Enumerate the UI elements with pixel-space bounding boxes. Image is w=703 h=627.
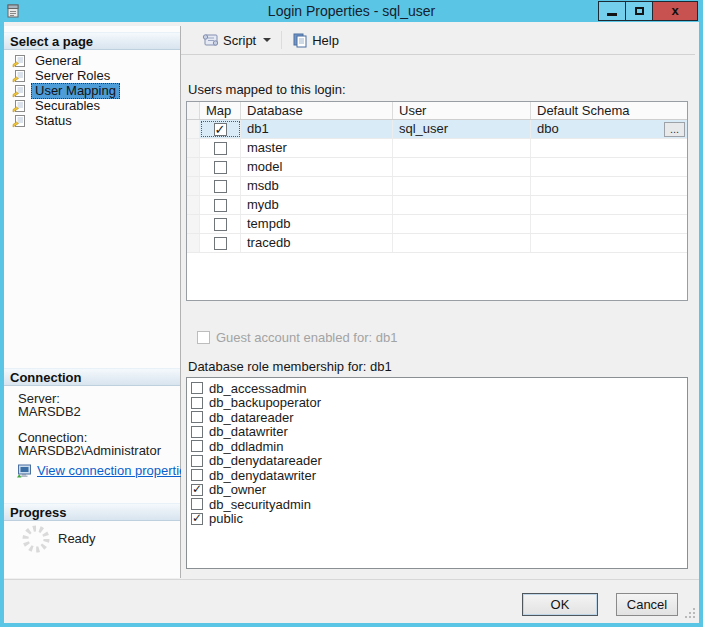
role-checkbox[interactable] — [191, 469, 203, 481]
page-icon — [12, 69, 27, 83]
default-schema-cell[interactable] — [531, 196, 687, 214]
ok-button[interactable]: OK — [522, 593, 598, 616]
database-cell: db1 — [241, 120, 393, 138]
user-cell[interactable] — [393, 215, 531, 233]
maximize-button[interactable] — [625, 1, 653, 21]
user-cell[interactable] — [393, 234, 531, 252]
role-item[interactable]: public — [187, 512, 687, 527]
close-button[interactable]: x — [652, 1, 698, 21]
role-item[interactable]: db_datareader — [187, 410, 687, 425]
maximize-icon — [635, 7, 644, 15]
row-header-cell — [187, 177, 200, 195]
map-checkbox[interactable] — [214, 161, 227, 174]
table-row[interactable]: model — [187, 158, 687, 177]
script-button[interactable]: Script — [195, 30, 277, 51]
table-row[interactable]: mydb — [187, 196, 687, 215]
role-label: public — [209, 512, 243, 525]
role-item[interactable]: db_denydatareader — [187, 454, 687, 469]
role-checkbox[interactable] — [191, 411, 203, 423]
progress-header: Progress — [4, 503, 180, 521]
help-button[interactable]: Help — [286, 30, 345, 51]
connection-value: MARSDB2\Administrator — [18, 444, 161, 457]
default-schema-cell[interactable] — [531, 215, 687, 233]
database-cell: tempdb — [241, 215, 393, 233]
sidebar-item-securables[interactable]: Securables — [4, 98, 180, 113]
page-icon — [12, 54, 27, 68]
sidebar-item-status[interactable]: Status — [4, 113, 180, 128]
browse-schema-button[interactable]: ... — [664, 122, 685, 137]
table-row[interactable]: db1 sql_user dbo... — [187, 120, 687, 139]
table-row[interactable]: tracedb — [187, 234, 687, 253]
role-checkbox[interactable] — [191, 498, 203, 510]
role-item[interactable]: db_datawriter — [187, 425, 687, 440]
cancel-button[interactable]: Cancel — [616, 593, 678, 616]
page-icon — [12, 114, 27, 128]
role-checkbox[interactable] — [191, 426, 203, 438]
default-schema-cell[interactable] — [531, 158, 687, 176]
table-row[interactable]: tempdb — [187, 215, 687, 234]
close-icon: x — [671, 2, 678, 20]
map-checkbox[interactable] — [214, 218, 227, 231]
row-header-cell — [187, 158, 200, 176]
script-label: Script — [223, 33, 256, 48]
minimize-button[interactable] — [598, 1, 626, 21]
column-header-map[interactable]: Map — [200, 102, 241, 119]
role-item[interactable]: db_ddladmin — [187, 439, 687, 454]
column-header-user[interactable]: User — [393, 102, 531, 119]
map-checkbox[interactable] — [214, 237, 227, 250]
role-item[interactable]: db_accessadmin — [187, 381, 687, 396]
role-checkbox[interactable] — [191, 397, 203, 409]
column-header-database[interactable]: Database — [241, 102, 393, 119]
default-schema-cell[interactable] — [531, 177, 687, 195]
sidebar-item-label: General — [31, 53, 85, 69]
help-label: Help — [312, 33, 339, 48]
role-item[interactable]: db_denydatawriter — [187, 468, 687, 483]
role-item[interactable]: db_securityadmin — [187, 497, 687, 512]
view-connection-properties-link[interactable]: View connection properties — [37, 463, 193, 478]
map-checkbox[interactable] — [214, 142, 227, 155]
resize-grip[interactable] — [683, 606, 695, 618]
role-label: db_datareader — [209, 411, 294, 424]
user-cell[interactable] — [393, 139, 531, 157]
role-checkbox[interactable] — [191, 455, 203, 467]
default-schema-cell[interactable]: dbo — [537, 121, 559, 136]
map-checkbox[interactable] — [214, 199, 227, 212]
role-checkbox[interactable] — [191, 382, 203, 394]
role-item[interactable]: db_owner — [187, 483, 687, 498]
role-checkbox[interactable] — [191, 440, 203, 452]
page-icon — [12, 99, 27, 113]
sidebar-item-general[interactable]: General — [4, 53, 180, 68]
toolbar-separator — [281, 31, 282, 49]
dialog-body: Select a page General Server Roles User … — [4, 22, 699, 623]
role-item[interactable]: db_backupoperator — [187, 396, 687, 411]
sidebar-item-user-mapping[interactable]: User Mapping — [4, 83, 180, 98]
role-checkbox[interactable] — [191, 513, 203, 525]
role-checkbox[interactable] — [191, 484, 203, 496]
toolbar-divider — [181, 54, 695, 55]
toolbar: Script Help — [195, 28, 345, 52]
role-label: db_ddladmin — [209, 440, 283, 453]
column-header-default-schema[interactable]: Default Schema — [531, 102, 687, 119]
script-icon — [201, 33, 219, 47]
default-schema-cell[interactable] — [531, 139, 687, 157]
minimize-icon — [607, 13, 617, 16]
user-cell[interactable] — [393, 158, 531, 176]
database-cell: tracedb — [241, 234, 393, 252]
user-mapping-page: Script Help Users mapped to this login: … — [181, 22, 699, 579]
table-row[interactable]: msdb — [187, 177, 687, 196]
role-label: db_denydatareader — [209, 454, 322, 467]
default-schema-cell[interactable] — [531, 234, 687, 252]
role-label: db_denydatawriter — [209, 469, 316, 482]
sidebar-item-server-roles[interactable]: Server Roles — [4, 68, 180, 83]
user-cell[interactable]: sql_user — [393, 120, 531, 138]
role-label: db_backupoperator — [209, 396, 321, 409]
row-header-cell — [187, 215, 200, 233]
map-checkbox[interactable] — [214, 180, 227, 193]
map-checkbox[interactable] — [214, 123, 227, 136]
chevron-down-icon[interactable] — [263, 38, 271, 42]
user-cell[interactable] — [393, 196, 531, 214]
role-label: db_owner — [209, 483, 266, 496]
row-header-cell — [187, 120, 200, 138]
table-row[interactable]: master — [187, 139, 687, 158]
user-cell[interactable] — [393, 177, 531, 195]
